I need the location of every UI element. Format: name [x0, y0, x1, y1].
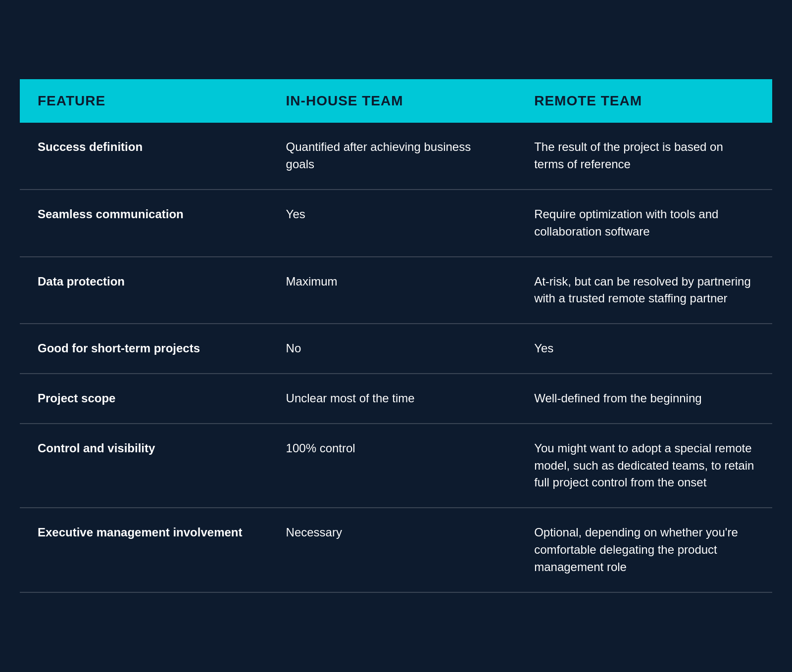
table-row: Seamless communicationYesRequire optimiz… — [20, 190, 772, 257]
cell-inhouse: Quantified after achieving business goal… — [268, 123, 517, 190]
cell-remote: The result of the project is based on te… — [516, 123, 772, 190]
table-row: Project scopeUnclear most of the timeWel… — [20, 374, 772, 424]
cell-inhouse: No — [268, 324, 517, 374]
cell-feature: Data protection — [20, 257, 268, 324]
cell-inhouse: 100% control — [268, 424, 517, 508]
table-row: Control and visibility100% controlYou mi… — [20, 424, 772, 508]
cell-feature: Executive management involvement — [20, 508, 268, 592]
table-header-row: FEATURE IN-HOUSE TEAM REMOTE TEAM — [20, 79, 772, 123]
cell-remote: You might want to adopt a special remote… — [516, 424, 772, 508]
header-inhouse: IN-HOUSE TEAM — [268, 79, 517, 123]
header-remote: REMOTE TEAM — [516, 79, 772, 123]
cell-inhouse: Maximum — [268, 257, 517, 324]
cell-feature: Seamless communication — [20, 190, 268, 257]
cell-feature: Project scope — [20, 374, 268, 424]
table-row: Success definitionQuantified after achie… — [20, 123, 772, 190]
table-row: Good for short-term projectsNoYes — [20, 324, 772, 374]
header-feature: FEATURE — [20, 79, 268, 123]
cell-remote: At-risk, but can be resolved by partneri… — [516, 257, 772, 324]
cell-remote: Yes — [516, 324, 772, 374]
table-row: Executive management involvementNecessar… — [20, 508, 772, 592]
cell-inhouse: Unclear most of the time — [268, 374, 517, 424]
comparison-table-container: FEATURE IN-HOUSE TEAM REMOTE TEAM Succes… — [20, 79, 772, 592]
cell-feature: Good for short-term projects — [20, 324, 268, 374]
comparison-table: FEATURE IN-HOUSE TEAM REMOTE TEAM Succes… — [20, 79, 772, 592]
cell-inhouse: Necessary — [268, 508, 517, 592]
table-row: Data protectionMaximumAt-risk, but can b… — [20, 257, 772, 324]
cell-inhouse: Yes — [268, 190, 517, 257]
cell-feature: Success definition — [20, 123, 268, 190]
table-body: Success definitionQuantified after achie… — [20, 123, 772, 592]
cell-remote: Optional, depending on whether you're co… — [516, 508, 772, 592]
cell-remote: Well-defined from the beginning — [516, 374, 772, 424]
cell-feature: Control and visibility — [20, 424, 268, 508]
cell-remote: Require optimization with tools and coll… — [516, 190, 772, 257]
